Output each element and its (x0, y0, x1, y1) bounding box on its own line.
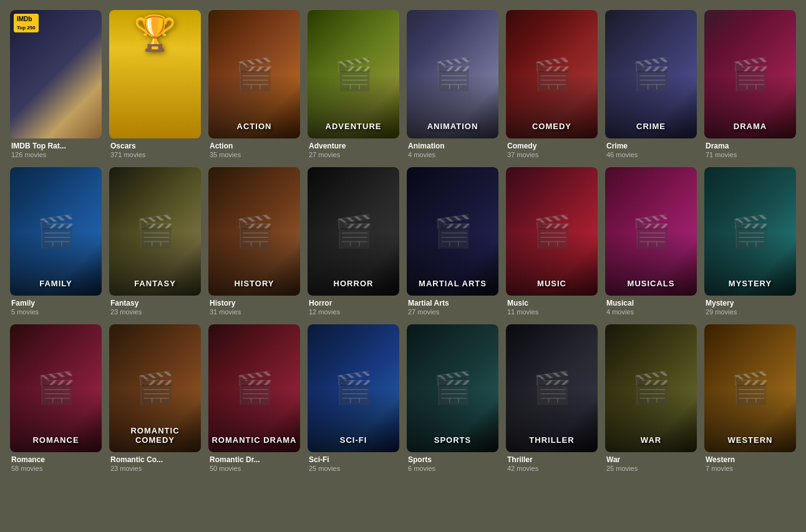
genre-card-imdb-top[interactable]: IMDbTop 250 IMDB Top Rat... 126 movies (10, 10, 102, 160)
genre-card-fantasy[interactable]: 🎬 FANTASY Fantasy 23 movies (109, 167, 201, 317)
genre-count-oscars: 371 movies (110, 151, 200, 158)
genre-label-music: MUSIC (506, 279, 598, 288)
genre-title-horror: Horror (309, 299, 398, 307)
genre-title-action: Action (210, 142, 299, 150)
genre-title-fantasy: Fantasy (110, 299, 200, 307)
genre-label-adventure: ADVENTURE (308, 122, 399, 131)
genre-label-war: WAR (605, 435, 697, 445)
imdb-badge: IMDbTop 250 (14, 14, 39, 32)
genre-label-action: ACTION (208, 122, 300, 131)
genre-card-animation[interactable]: 🎬 ANIMATION Animation 4 movies (407, 10, 498, 160)
genre-title-comedy: Comedy (507, 142, 596, 150)
genre-label-crime: CRIME (605, 122, 697, 131)
genre-count-family: 5 movies (11, 308, 100, 316)
genre-title-oscars: Oscars (110, 142, 200, 150)
genre-title-romance: Romance (11, 455, 100, 464)
genre-card-western[interactable]: 🎬 WESTERN Western 7 movies (704, 324, 796, 474)
genre-count-adventure: 27 movies (309, 151, 398, 158)
genre-card-war[interactable]: 🎬 WAR War 25 movies (605, 324, 697, 474)
genre-count-romcom: 23 movies (110, 465, 200, 472)
genre-title-martial-arts: Martial Arts (408, 299, 497, 307)
genre-title-romcom: Romantic Co... (110, 455, 200, 464)
genre-label-romdrama: ROMANTIC DRAMA (208, 435, 300, 445)
genre-count-horror: 12 movies (309, 308, 398, 316)
genre-title-western: Western (706, 455, 795, 464)
genre-label-family: FAMILY (10, 279, 102, 288)
genre-card-romcom[interactable]: 🎬 ROMANTIC COMEDY Romantic Co... 23 movi… (109, 324, 201, 474)
genre-card-crime[interactable]: 🎬 CRIME Crime 46 movies (605, 10, 697, 160)
genre-card-thriller[interactable]: 🎬 THRILLER Thriller 42 movies (506, 324, 598, 474)
genre-card-romance[interactable]: 🎬 ROMANCE Romance 58 movies (10, 324, 102, 474)
genre-label-animation: ANIMATION (407, 122, 498, 131)
genre-title-romdrama: Romantic Dr... (210, 455, 299, 464)
genre-count-animation: 4 movies (408, 151, 497, 158)
genre-label-western: WESTERN (704, 435, 796, 445)
genre-count-sports: 6 movies (408, 465, 497, 472)
genre-count-drama: 71 movies (706, 151, 795, 158)
genre-count-scifi: 25 movies (309, 465, 398, 472)
genre-title-family: Family (11, 299, 100, 307)
genre-card-history[interactable]: 🎬 HISTORY History 31 movies (208, 167, 300, 317)
genre-count-crime: 46 movies (606, 151, 696, 158)
genre-card-comedy[interactable]: 🎬 COMEDY Comedy 37 movies (506, 10, 598, 160)
genre-label-romance: ROMANCE (10, 435, 102, 445)
genre-card-horror[interactable]: 🎬 HORROR Horror 12 movies (308, 167, 399, 317)
genre-label-scifi: SCI-FI (308, 435, 399, 445)
genre-label-fantasy: FANTASY (109, 279, 201, 288)
genre-title-war: War (606, 455, 696, 464)
genre-count-romdrama: 50 movies (210, 465, 299, 472)
genre-card-sports[interactable]: 🎬 SPORTS Sports 6 movies (407, 324, 498, 474)
genre-label-martial-arts: MARTIAL ARTS (407, 279, 498, 288)
genre-count-war: 25 movies (606, 465, 696, 472)
genre-count-romance: 58 movies (11, 465, 100, 472)
genre-label-drama: DRAMA (704, 122, 796, 131)
genre-title-mystery: Mystery (706, 299, 795, 307)
genre-label-romcom: ROMANTIC COMEDY (109, 426, 201, 445)
genre-card-scifi[interactable]: 🎬 SCI-FI Sci-Fi 25 movies (308, 324, 399, 474)
genre-card-oscars[interactable]: 🏆 Oscars 371 movies (109, 10, 201, 160)
genre-count-thriller: 42 movies (507, 465, 596, 472)
genre-count-music: 11 movies (507, 308, 596, 316)
genre-count-action: 35 movies (210, 151, 299, 158)
genre-title-scifi: Sci-Fi (309, 455, 398, 464)
genre-title-sports: Sports (408, 455, 497, 464)
genre-count-history: 31 movies (210, 308, 299, 316)
genre-title-imdb-top: IMDB Top Rat... (11, 142, 100, 150)
genre-title-adventure: Adventure (309, 142, 398, 150)
genre-card-family[interactable]: 🎬 FAMILY Family 5 movies (10, 167, 102, 317)
genre-label-comedy: COMEDY (506, 122, 598, 131)
genre-label-horror: HORROR (308, 279, 399, 288)
genre-title-crime: Crime (606, 142, 696, 150)
genre-card-adventure[interactable]: 🎬 ADVENTURE Adventure 27 movies (308, 10, 399, 160)
genre-card-mystery[interactable]: 🎬 MYSTERY Mystery 29 movies (704, 167, 796, 317)
genre-card-music[interactable]: 🎬 MUSIC Music 11 movies (506, 167, 598, 317)
genre-card-martial-arts[interactable]: 🎬 MARTIAL ARTS Martial Arts 27 movies (407, 167, 498, 317)
genre-title-music: Music (507, 299, 596, 307)
genre-title-drama: Drama (706, 142, 795, 150)
genre-title-animation: Animation (408, 142, 497, 150)
genre-count-imdb-top: 126 movies (11, 151, 100, 158)
genre-label-musicals: MUSICALS (605, 279, 697, 288)
genre-card-musicals[interactable]: 🎬 MUSICALS Musical 4 movies (605, 167, 697, 317)
oscar-icon: 🏆 (134, 16, 177, 51)
genre-count-fantasy: 23 movies (110, 308, 200, 316)
genre-card-action[interactable]: 🎬 ACTION Action 35 movies (208, 10, 300, 160)
genre-label-mystery: MYSTERY (704, 279, 796, 288)
genre-count-mystery: 29 movies (706, 308, 795, 316)
genre-card-romdrama[interactable]: 🎬 ROMANTIC DRAMA Romantic Dr... 50 movie… (208, 324, 300, 474)
genre-title-musicals: Musical (606, 299, 696, 307)
genre-title-history: History (210, 299, 299, 307)
genre-title-thriller: Thriller (507, 455, 596, 464)
genre-label-sports: SPORTS (407, 435, 498, 445)
genre-card-drama[interactable]: 🎬 DRAMA Drama 71 movies (704, 10, 796, 160)
genre-count-comedy: 37 movies (507, 151, 596, 158)
genre-grid: IMDbTop 250 IMDB Top Rat... 126 movies 🏆… (10, 10, 796, 473)
genre-count-martial-arts: 27 movies (408, 308, 497, 316)
genre-label-history: HISTORY (208, 279, 300, 288)
genre-label-thriller: THRILLER (506, 435, 598, 445)
genre-count-western: 7 movies (706, 465, 795, 472)
genre-count-musicals: 4 movies (606, 308, 696, 316)
